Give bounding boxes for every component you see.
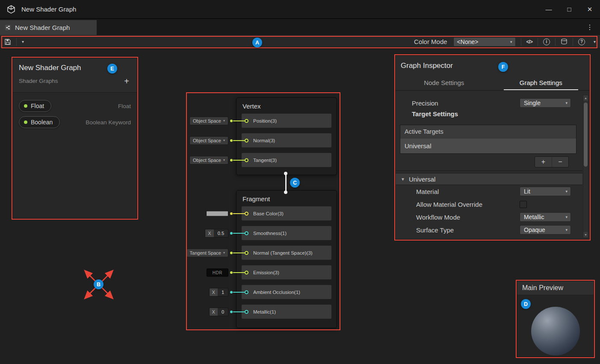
graph-toolbar: ▾ Color Mode <None> ▾ </> i ? ▾: [0, 35, 600, 49]
scroll-up-icon[interactable]: ▲: [583, 95, 588, 101]
tab-new-shader-graph[interactable]: New Shader Graph: [0, 20, 97, 35]
input-port[interactable]: [245, 290, 248, 294]
save-options-dropdown[interactable]: ▾: [18, 35, 28, 49]
wire: [233, 311, 245, 312]
preview-sphere[interactable]: [531, 307, 580, 355]
active-targets-box: Active Targets Universal: [400, 125, 576, 154]
inspector-scrollbar[interactable]: ▲ ▼: [583, 95, 588, 238]
control-port-dot: [230, 159, 233, 161]
scrollbar-thumb[interactable]: [584, 103, 588, 167]
fragment-row-emission[interactable]: HDR Emission(3): [242, 265, 331, 279]
allow-material-override-checkbox[interactable]: [520, 201, 527, 208]
node-row-label: Metallic(1): [253, 309, 276, 314]
tab-overflow-menu-icon[interactable]: ⋮: [585, 22, 595, 32]
chevron-down-icon: ▾: [565, 101, 567, 105]
space-dropdown[interactable]: Object Space▾: [189, 136, 228, 145]
material-value: Lit: [524, 188, 530, 195]
node-title: Fragment: [236, 191, 337, 206]
float-field-value[interactable]: 0.5: [214, 229, 228, 237]
chevron-down-icon: ▾: [565, 189, 567, 194]
control-port-dot: [230, 271, 233, 274]
property-dot-icon: [24, 120, 27, 124]
property-pill-float[interactable]: Float: [19, 100, 51, 112]
save-asset-button[interactable]: [0, 35, 15, 49]
color-mode-dropdown[interactable]: <None> ▾: [453, 37, 516, 47]
input-port[interactable]: [245, 138, 248, 142]
fragment-row-metallic[interactable]: X0 Metallic(1): [242, 305, 331, 319]
divider: [396, 170, 582, 171]
chevron-down-icon: ▾: [565, 215, 567, 219]
code-icon: </>: [526, 39, 532, 45]
add-property-button[interactable]: +: [122, 78, 131, 84]
input-port[interactable]: [245, 270, 248, 274]
fragment-row-smoothness[interactable]: X0.5 Smoothness(1): [242, 226, 331, 240]
space-dropdown[interactable]: Object Space▾: [189, 117, 228, 125]
tab-graph-settings[interactable]: Graph Settings: [493, 75, 590, 90]
minimize-button[interactable]: —: [538, 0, 559, 19]
toolbar-overflow-dropdown[interactable]: ▾: [589, 35, 600, 49]
show-generated-code-button[interactable]: </>: [522, 35, 537, 49]
blackboard-toggle-button[interactable]: [556, 35, 572, 49]
wire: [233, 120, 245, 121]
vertex-row-tangent[interactable]: Object Space▾ Tangent(3): [242, 153, 331, 167]
float-field-value[interactable]: 0: [218, 308, 228, 316]
input-port[interactable]: [245, 211, 248, 215]
color-mode-value: <None>: [457, 38, 479, 45]
precision-dropdown[interactable]: Single ▾: [520, 98, 571, 108]
control-port-dot: [230, 120, 233, 122]
chevron-down-icon: ▾: [223, 158, 225, 162]
close-button[interactable]: ✕: [579, 0, 600, 19]
fragment-row-base-color[interactable]: Base Color(3): [242, 206, 331, 220]
workflow-mode-dropdown[interactable]: Metallic ▾: [520, 212, 571, 222]
blackboard-title: New Shader Graph: [19, 64, 131, 72]
blackboard-property-list: Float Float Boolean Boolean Keyword: [13, 92, 137, 218]
tab-node-settings[interactable]: Node Settings: [396, 75, 493, 90]
foldout-label: Universal: [409, 176, 436, 183]
surface-type-dropdown[interactable]: Opaque ▾: [520, 225, 571, 235]
wire: [233, 252, 245, 253]
chevron-down-icon: ▾: [22, 39, 24, 44]
vertex-master-node[interactable]: Vertex Object Space▾ Position(3) Object …: [236, 97, 337, 175]
add-target-button[interactable]: +: [535, 157, 552, 167]
target-list-buttons: + −: [535, 156, 569, 167]
scroll-down-icon[interactable]: ▼: [583, 232, 588, 238]
main-preview-viewport[interactable]: [517, 296, 594, 357]
node-row-label: Tangent(3): [253, 158, 277, 163]
input-port[interactable]: [245, 158, 248, 162]
space-dropdown[interactable]: Object Space▾: [189, 156, 228, 164]
property-pill-boolean[interactable]: Boolean: [19, 116, 60, 128]
vertex-row-normal[interactable]: Object Space▾ Normal(3): [242, 133, 331, 147]
inspector-toggle-button[interactable]: i: [539, 35, 554, 49]
input-port[interactable]: [245, 119, 248, 123]
blackboard-panel: New Shader Graph Shader Graphs + Float F…: [12, 58, 137, 219]
wire: [233, 160, 245, 161]
base-color-swatch[interactable]: [206, 211, 228, 216]
tab-label: New Shader Graph: [15, 24, 70, 31]
remove-target-button[interactable]: −: [552, 157, 568, 167]
hdr-color-field[interactable]: HDR: [207, 268, 228, 276]
node-row-label: Emission(3): [253, 270, 279, 275]
chevron-down-icon: ▾: [223, 138, 225, 142]
maximize-button[interactable]: □: [559, 0, 579, 19]
space-dropdown[interactable]: Tangent Space▾: [186, 249, 228, 257]
fragment-row-ambient-occlusion[interactable]: X1 Ambient Occlusion(1): [242, 285, 331, 299]
float-field[interactable]: X0.5: [205, 229, 228, 238]
vertex-row-position[interactable]: Object Space▾ Position(3): [242, 114, 331, 128]
float-field-value[interactable]: 1: [218, 288, 228, 296]
material-dropdown[interactable]: Lit ▾: [520, 187, 571, 196]
fragment-master-node[interactable]: Fragment Base Color(3) X0.5 Smoothness(1…: [236, 190, 337, 328]
property-type: Boolean Keyword: [86, 119, 131, 126]
allow-material-override-label: Allow Material Override: [416, 201, 482, 208]
input-port[interactable]: [245, 251, 248, 255]
float-field[interactable]: X1: [209, 288, 228, 296]
graph-inspector-panel: Graph Inspector Node Settings Graph Sett…: [395, 55, 590, 240]
fragment-row-normal[interactable]: Tangent Space▾ Normal (Tangent Space)(3): [242, 246, 331, 260]
universal-foldout[interactable]: ▼ Universal: [396, 173, 582, 185]
input-port[interactable]: [245, 231, 248, 235]
input-port[interactable]: [245, 310, 248, 314]
help-button[interactable]: ?: [574, 35, 589, 49]
target-row-universal[interactable]: Universal: [400, 138, 576, 153]
float-field[interactable]: X0: [209, 308, 228, 316]
node-title: Vertex: [236, 98, 337, 114]
space-dropdown-value: Object Space: [193, 118, 221, 123]
